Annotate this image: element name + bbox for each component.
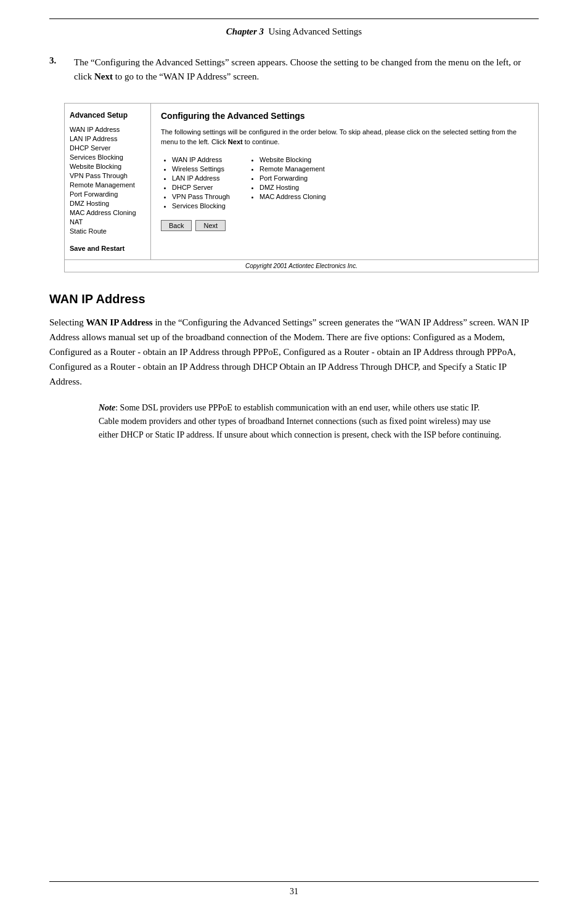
list-item: WAN IP Address (172, 156, 230, 163)
sidebar-item-website[interactable]: Website Blocking (70, 163, 145, 170)
list-item: MAC Address Cloning (259, 193, 326, 200)
page-container: Chapter 3 Using Advanced Settings 3. The… (0, 0, 588, 909)
note-body: : Some DSL providers use PPPoE to establ… (99, 403, 501, 440)
chapter-title: Using Advanced Settings (269, 26, 362, 36)
sidebar-item-wan[interactable]: WAN IP Address (70, 126, 145, 133)
wan-section-heading: WAN IP Address (49, 292, 539, 306)
next-bold-router: Next (228, 138, 243, 145)
top-rule (49, 18, 539, 19)
sidebar-item-remote[interactable]: Remote Management (70, 181, 145, 189)
chapter-heading: Chapter 3 Using Advanced Settings (49, 26, 539, 37)
dhcp-smallcaps: DHCP (120, 430, 143, 439)
router-sidebar: Advanced Setup WAN IP Address LAN IP Add… (65, 104, 151, 259)
router-ui-screenshot: Advanced Setup WAN IP Address LAN IP Add… (64, 103, 539, 272)
note-label: Note (99, 403, 115, 412)
sidebar-item-nat[interactable]: NAT (70, 218, 145, 226)
router-main-desc: The following settings will be configure… (161, 127, 528, 147)
router-lists: WAN IP Address Wireless Settings LAN IP … (161, 156, 528, 211)
step-3-block: 3. The “Configuring the Advanced Setting… (49, 55, 539, 84)
note-text: Note: Some DSL providers use PPPoE to es… (99, 401, 502, 442)
router-footer: Copyright 2001 Actiontec Electronics Inc… (65, 259, 538, 272)
wan-bold: WAN IP Address (86, 317, 153, 327)
router-ui-inner: Advanced Setup WAN IP Address LAN IP Add… (65, 104, 538, 259)
router-main-title: Configuring the Advanced Settings (161, 111, 528, 121)
next-button[interactable]: Next (195, 220, 226, 231)
list-item: DMZ Hosting (259, 184, 326, 191)
list-item: Website Blocking (259, 156, 326, 163)
step-text: The “Configuring the Advanced Settings” … (74, 55, 539, 84)
router-buttons: Back Next (161, 220, 528, 231)
sidebar-item-lan[interactable]: LAN IP Address (70, 135, 145, 142)
list-item: DHCP Server (172, 184, 230, 191)
sidebar-title: Advanced Setup (70, 111, 145, 120)
list-item: Wireless Settings (172, 165, 230, 173)
sidebar-item-dhcp[interactable]: DHCP Server (70, 144, 145, 152)
list-item: LAN IP Address (172, 174, 230, 182)
router-list-right: Website Blocking Remote Management Port … (248, 156, 326, 211)
step-number: 3. (49, 55, 64, 84)
list-item: Services Blocking (172, 202, 230, 210)
list-item: Remote Management (259, 165, 326, 173)
sidebar-item-vpn[interactable]: VPN Pass Through (70, 172, 145, 179)
sidebar-item-port[interactable]: Port Forwarding (70, 190, 145, 198)
note-block: Note: Some DSL providers use PPPoE to es… (99, 401, 502, 442)
chapter-number: Chapter 3 (226, 26, 264, 36)
sidebar-item-services[interactable]: Services Blocking (70, 153, 145, 161)
sidebar-item-dmz[interactable]: DMZ Hosting (70, 200, 145, 207)
list-item: Port Forwarding (259, 174, 326, 182)
sidebar-save[interactable]: Save and Restart (70, 245, 145, 252)
router-list-left: WAN IP Address Wireless Settings LAN IP … (161, 156, 230, 211)
sidebar-item-static[interactable]: Static Route (70, 227, 145, 235)
back-button[interactable]: Back (161, 220, 192, 231)
list-item: VPN Pass Through (172, 193, 230, 200)
wan-section-body: Selecting WAN IP Address in the “Configu… (49, 315, 539, 389)
page-number: 31 (0, 887, 588, 897)
router-main: Configuring the Advanced Settings The fo… (151, 104, 538, 259)
next-bold: Next (94, 71, 113, 81)
bottom-area: 31 (0, 881, 588, 897)
sidebar-item-mac[interactable]: MAC Address Cloning (70, 209, 145, 216)
bottom-rule (49, 881, 539, 882)
